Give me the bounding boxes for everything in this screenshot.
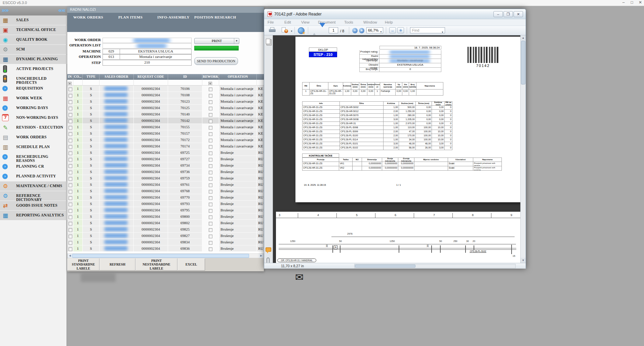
collapse-chevrons-icon[interactable]: ««: [58, 6, 65, 14]
table-row[interactable]: 1S000000230469725BrušenjeRU: [67, 149, 264, 156]
tab-work-orders[interactable]: WORK ORDERS: [73, 15, 103, 19]
pdf-titlebar[interactable]: 70142.pdf - Adobe Reader – ❐ ✕: [264, 9, 526, 19]
rework-checkbox[interactable]: [209, 196, 212, 200]
sidebar-item-requisition[interactable]: ›REQUISITION: [0, 84, 67, 93]
machine-code-field[interactable]: 029: [103, 49, 120, 54]
table-row[interactable]: 1S000000230469793BrušenjeRU: [67, 201, 264, 207]
fit-page-icon[interactable]: ⁜: [397, 27, 404, 33]
column-header[interactable]: TYPE: [83, 74, 99, 80]
sidebar-item-rescheduling-reasons[interactable]: ›RESCHEDULING REASONS: [0, 152, 67, 162]
sidebar-item-scm[interactable]: ⚙SCM: [0, 45, 67, 54]
pdf-vertical-scrollbar[interactable]: ▲ ▼: [520, 35, 526, 263]
expand-chevrons-icon[interactable]: »»: [1, 6, 8, 14]
table-row[interactable]: 1S000000230470174Montaža i zavarivanjeKE: [67, 143, 264, 149]
rework-checkbox[interactable]: [209, 209, 212, 213]
rework-checkbox[interactable]: [209, 164, 212, 168]
pages-panel-icon[interactable]: [266, 39, 270, 44]
rework-checkbox[interactable]: [209, 241, 212, 245]
web-capture-icon[interactable]: [298, 27, 305, 34]
table-row[interactable]: 1S000000230469802BrušenjeRU: [67, 220, 264, 226]
rework-checkbox[interactable]: [209, 145, 212, 149]
row-select-checkbox[interactable]: [69, 88, 72, 91]
sidebar-item-unscheduled-projects[interactable]: UNSCHEDULED PROJECTS: [0, 74, 67, 83]
previous-page-icon[interactable]: [311, 27, 317, 33]
row-select-checkbox[interactable]: [69, 100, 72, 104]
send-to-production-button[interactable]: SEND TO PRODUCTION: [194, 57, 238, 65]
envelope-icon[interactable]: ✉: [295, 271, 304, 283]
filter-checkbox-cell[interactable]: [67, 80, 73, 85]
rework-checkbox[interactable]: [209, 88, 212, 91]
step-field[interactable]: 210: [103, 60, 192, 66]
row-select-checkbox[interactable]: [69, 107, 72, 110]
menu-help[interactable]: Help: [385, 20, 393, 24]
operation-list-field[interactable]: [103, 43, 192, 48]
table-row[interactable]: 1S000000230469827BrušenjeRU: [67, 233, 264, 239]
table-row[interactable]: 1S000000230470142Montaža i zavarivanjeKE: [67, 117, 264, 124]
table-row[interactable]: 1S000000230470155Montaža i zavarivanjeKE: [67, 124, 264, 130]
rework-checkbox[interactable]: [209, 183, 212, 187]
rework-checkbox[interactable]: [209, 113, 212, 117]
row-select-checkbox[interactable]: [69, 113, 72, 117]
tab-position-research[interactable]: POSITION RESEARCH: [194, 15, 236, 19]
scrollbar-thumb[interactable]: [72, 254, 249, 258]
row-select-checkbox[interactable]: [69, 222, 72, 226]
find-input[interactable]: Find▼: [410, 27, 445, 33]
sidebar-item-maintenance-cmms[interactable]: ⚙MAINTENANCE / CMMS: [0, 181, 67, 191]
export-dropdown-icon[interactable]: ▼: [290, 30, 293, 32]
operation-code-field[interactable]: 013: [103, 54, 120, 60]
export-collaborate-icon[interactable]: [282, 27, 289, 33]
operation-name-field[interactable]: Montaža i zavarivanje: [120, 54, 192, 60]
rework-checkbox[interactable]: [209, 215, 212, 219]
scroll-down-icon[interactable]: ▼: [521, 258, 526, 263]
row-select-checkbox[interactable]: [69, 145, 72, 149]
tab-info-assembly[interactable]: INFO-ASSEMBLY: [157, 15, 190, 19]
filter-cell[interactable]: [83, 80, 99, 85]
rework-checkbox[interactable]: [209, 132, 212, 136]
rework-checkbox[interactable]: [209, 203, 212, 206]
zoom-level-select[interactable]: 66,7%▼: [366, 27, 383, 33]
table-row[interactable]: 1S000000230469736BrušenjeRU: [67, 169, 264, 175]
column-header[interactable]: REQUEST CODE: [134, 74, 168, 80]
row-select-checkbox[interactable]: [69, 247, 72, 251]
sidebar-item-goods-issue-notes[interactable]: ⇄GOODS ISSUE NOTES: [0, 201, 67, 210]
work-order-field[interactable]: [103, 38, 192, 43]
row-select-checkbox[interactable]: [69, 241, 72, 245]
row-select-checkbox[interactable]: [69, 190, 72, 194]
table-row[interactable]: 1S000000230469759BrušenjeRU: [67, 175, 264, 181]
pdf-vscroll-thumb[interactable]: [521, 41, 525, 84]
rework-checkbox[interactable]: [209, 94, 212, 98]
row-select-checkbox[interactable]: [69, 228, 72, 232]
refresh-button[interactable]: REFRESH: [99, 258, 135, 271]
excel-button[interactable]: EXCEL: [177, 258, 205, 271]
sidebar-item-working-days[interactable]: ›WORKING DAYS: [0, 103, 67, 113]
rework-checkbox[interactable]: [209, 177, 212, 181]
column-header[interactable]: IN ...: [67, 74, 73, 80]
row-select-checkbox[interactable]: [69, 151, 72, 155]
row-select-checkbox[interactable]: [69, 132, 72, 136]
row-select-checkbox[interactable]: [69, 158, 72, 162]
comments-panel-icon[interactable]: [266, 247, 271, 252]
pdf-hscroll-thumb[interactable]: [355, 265, 415, 268]
filter-checkbox-cell[interactable]: [202, 80, 219, 85]
rework-checkbox[interactable]: [209, 151, 212, 155]
next-page-icon[interactable]: [319, 27, 325, 33]
filter-cell[interactable]: [99, 80, 134, 85]
print-icon[interactable]: [269, 27, 276, 33]
fit-width-icon[interactable]: ↔: [389, 27, 396, 33]
sidebar-item-work-week[interactable]: ▦WORK WEEK: [0, 94, 67, 103]
table-row[interactable]: 1S000000230469770BrušenjeRU: [67, 194, 264, 201]
rework-checkbox[interactable]: [209, 119, 212, 123]
row-select-checkbox[interactable]: [69, 235, 72, 238]
table-row[interactable]: 1S000000230469768BrušenjeRU: [67, 188, 264, 194]
table-row[interactable]: 1S000000230470108Montaža i zavarivanjeKE: [67, 92, 264, 98]
menu-view[interactable]: View: [301, 20, 310, 24]
row-select-checkbox[interactable]: [69, 94, 72, 98]
table-row[interactable]: 1S000000230470157Montaža i zavarivanjeKE: [67, 130, 264, 137]
sidebar-item-technical-office[interactable]: ▣TECHNICAL OFFICE: [0, 25, 67, 35]
page-number-input[interactable]: 1: [329, 27, 338, 33]
sidebar-item-active-projects[interactable]: ACTIVE PROJECTS: [0, 64, 67, 74]
table-row[interactable]: 1S000000230469834BrušenjeRU: [67, 239, 264, 245]
zoom-out-icon[interactable]: −: [352, 28, 358, 33]
row-select-checkbox[interactable]: [69, 119, 72, 123]
table-row[interactable]: 1S000000230469836BrušenjeRU: [67, 245, 264, 252]
